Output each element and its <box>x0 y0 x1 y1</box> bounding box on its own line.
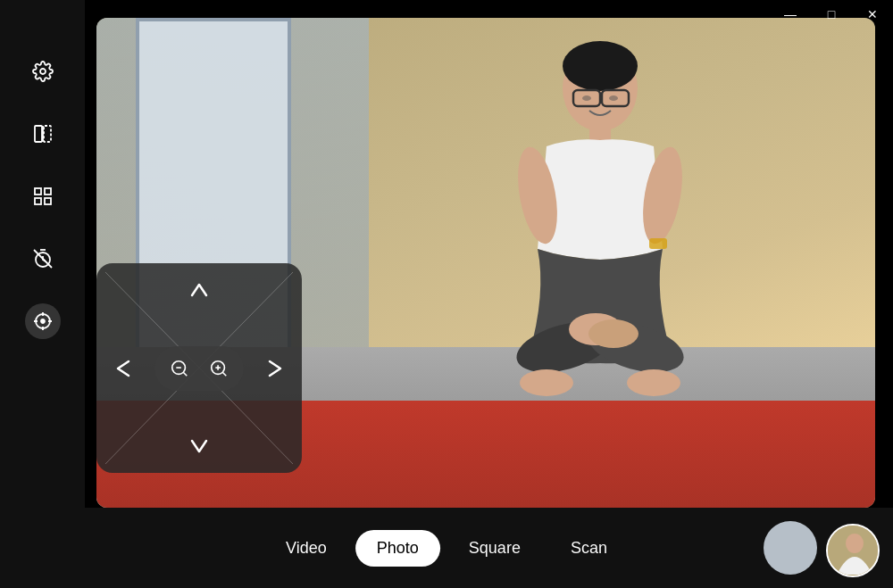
svg-point-29 <box>588 319 638 348</box>
bottom-bar: Video Photo Square Scan <box>0 508 893 588</box>
svg-rect-4 <box>35 188 41 195</box>
zoom-in-button[interactable] <box>203 352 235 385</box>
compare-icon[interactable] <box>25 116 61 152</box>
ptz-left-button[interactable] <box>110 351 137 386</box>
svg-point-0 <box>40 69 46 74</box>
tab-video[interactable]: Video <box>264 530 348 567</box>
settings-icon[interactable] <box>25 54 61 89</box>
tab-photo[interactable]: Photo <box>355 530 440 567</box>
ptz-down-button[interactable] <box>181 433 217 460</box>
svg-rect-1 <box>35 126 42 142</box>
close-button[interactable]: ✕ <box>852 0 893 29</box>
svg-point-14 <box>563 41 638 91</box>
svg-point-26 <box>627 369 680 396</box>
timer-icon[interactable] <box>25 241 61 277</box>
svg-rect-5 <box>45 188 51 195</box>
svg-point-19 <box>609 95 618 101</box>
svg-rect-7 <box>45 198 51 204</box>
svg-point-11 <box>41 319 45 323</box>
ptz-up-button[interactable] <box>181 277 217 303</box>
ptz-right-button[interactable] <box>262 351 288 386</box>
svg-rect-27 <box>649 238 667 249</box>
ptz-control <box>105 272 293 464</box>
svg-rect-6 <box>35 198 41 204</box>
grid-icon[interactable] <box>25 178 61 214</box>
thumbnail-image <box>828 526 880 577</box>
svg-line-38 <box>222 372 226 376</box>
svg-line-35 <box>183 372 187 376</box>
title-bar: — □ ✕ <box>770 0 893 29</box>
gallery-thumbnail[interactable] <box>826 524 880 577</box>
move-icon[interactable] <box>25 303 61 339</box>
mode-tabs: Video Photo Square Scan <box>264 530 629 567</box>
tab-scan[interactable]: Scan <box>549 530 629 567</box>
svg-point-18 <box>582 95 591 101</box>
zoom-out-button[interactable] <box>163 352 196 385</box>
svg-point-42 <box>846 534 864 553</box>
shutter-button[interactable] <box>764 521 817 575</box>
svg-rect-2 <box>44 126 51 142</box>
zoom-controls <box>154 346 244 391</box>
maximize-button[interactable]: □ <box>811 0 852 29</box>
person-figure <box>457 18 743 418</box>
minimize-button[interactable]: — <box>770 0 811 29</box>
ptz-control-overlay <box>96 263 302 473</box>
svg-point-25 <box>520 369 573 396</box>
sidebar <box>0 0 85 588</box>
tab-square[interactable]: Square <box>447 530 542 567</box>
